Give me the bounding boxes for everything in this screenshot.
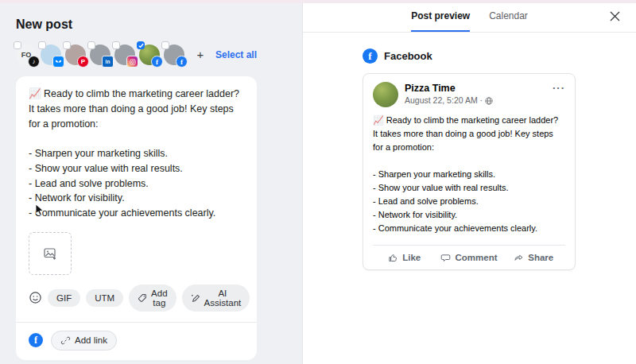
post-meta: August 22, 5:20 AM ·: [405, 95, 493, 106]
share-button[interactable]: Share: [502, 252, 565, 264]
utm-button-label: UTM: [95, 293, 114, 303]
account-avatar-tiktok[interactable]: FO♪: [16, 45, 37, 65]
add-account-button[interactable]: +: [192, 46, 209, 64]
facebook-badge-icon: f: [151, 56, 163, 68]
gif-button-label: GIF: [56, 293, 72, 303]
ai-assistant-button[interactable]: AI Assistant: [182, 285, 250, 312]
instagram-badge-icon: [126, 56, 138, 68]
add-link-row: f Add link: [29, 331, 244, 350]
facebook-post-preview-card: Pizza Time August 22, 5:20 AM · ··· 📈 Re…: [363, 73, 576, 270]
share-label: Share: [528, 253, 553, 262]
tab-post-preview[interactable]: Post preview: [411, 0, 470, 32]
account-checkbox[interactable]: [38, 41, 46, 49]
tiktok-badge-icon: ♪: [28, 56, 40, 68]
add-link-button-label: Add link: [75, 335, 107, 345]
comment-icon: [440, 253, 451, 263]
preview-panel: Post preview Calendar f Facebook Pizza T…: [302, 0, 636, 364]
composer-panel: New post FO♪Pinff + Select all 📈 Ready t…: [0, 0, 302, 364]
post-text-editor[interactable]: 📈 Ready to climb the marketing career la…: [29, 87, 244, 221]
like-button[interactable]: Like: [373, 252, 436, 264]
close-button[interactable]: [607, 9, 622, 23]
preview-post-header: Pizza Time August 22, 5:20 AM · ···: [363, 74, 575, 112]
preview-action-bar: Like Comment Share: [373, 245, 565, 269]
add-media-dropzone[interactable]: [29, 232, 72, 275]
close-icon: [609, 10, 621, 22]
account-avatar-pinterest[interactable]: P: [65, 45, 86, 65]
add-tag-button[interactable]: Add tag: [129, 285, 176, 312]
composer-divider: [16, 322, 257, 323]
bluesky-badge-icon: [52, 56, 64, 68]
account-avatar-bluesky[interactable]: [41, 45, 61, 65]
composer-toolbar: GIF UTM Add tag: [29, 285, 244, 312]
account-checkbox[interactable]: [14, 41, 21, 49]
facebook-icon: f: [29, 333, 43, 347]
account-checkbox[interactable]: [63, 41, 71, 49]
add-link-button[interactable]: Add link: [51, 331, 117, 350]
post-meta-text: August 22, 5:20 AM ·: [405, 95, 483, 106]
account-avatar-linkedin[interactable]: in: [90, 45, 111, 65]
comment-button[interactable]: Comment: [436, 252, 502, 264]
account-checkbox[interactable]: [112, 41, 120, 49]
account-checkbox[interactable]: [87, 41, 95, 49]
tag-icon: [138, 293, 147, 303]
account-checkbox-checked[interactable]: [137, 41, 145, 49]
ai-assistant-button-label: AI Assistant: [204, 288, 242, 308]
pinterest-badge-icon: P: [77, 56, 89, 68]
thumbs-up-icon: [388, 253, 398, 263]
ai-pen-icon: [191, 293, 200, 303]
post-more-button[interactable]: ···: [553, 82, 565, 94]
account-avatar-facebook[interactable]: f: [164, 45, 184, 65]
preview-post-text: 📈 Ready to climb the marketing career la…: [363, 112, 575, 245]
share-icon: [514, 253, 524, 263]
add-image-icon: [42, 246, 58, 261]
preview-header: Post preview Calendar: [303, 0, 636, 33]
utm-button[interactable]: UTM: [86, 289, 123, 307]
page-title: New post: [16, 17, 257, 32]
page-avatar: [373, 82, 398, 107]
top-strip: [0, 0, 636, 3]
link-icon: [60, 335, 71, 346]
account-avatar-instagram[interactable]: [114, 45, 135, 65]
account-checkbox[interactable]: [161, 41, 169, 49]
globe-icon: [485, 97, 493, 105]
linkedin-badge-icon: in: [102, 56, 114, 68]
network-name: Facebook: [384, 50, 432, 62]
network-section-header: f Facebook: [363, 48, 636, 64]
select-all-link[interactable]: Select all: [215, 49, 257, 60]
composer-card: 📈 Ready to climb the marketing career la…: [16, 76, 257, 360]
facebook-badge-icon: f: [176, 56, 188, 68]
gif-button[interactable]: GIF: [48, 289, 80, 307]
accounts-row: FO♪Pinff + Select all: [16, 43, 257, 67]
like-label: Like: [402, 253, 421, 262]
emoji-picker-button[interactable]: [29, 291, 42, 305]
comment-label: Comment: [455, 253, 497, 262]
add-tag-button-label: Add tag: [151, 288, 167, 308]
tab-calendar[interactable]: Calendar: [489, 0, 528, 32]
facebook-icon: f: [363, 48, 378, 64]
page-name: Pizza Time: [405, 82, 493, 95]
account-avatar-facebook[interactable]: f: [139, 45, 160, 65]
